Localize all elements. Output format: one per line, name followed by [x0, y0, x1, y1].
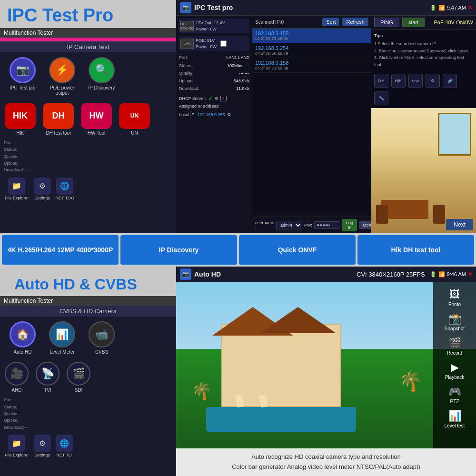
- icon-item-cvbs[interactable]: 📹 CVBS: [84, 321, 119, 355]
- quality-val: --- ---: [239, 69, 249, 77]
- scanned-header: Scanned IP:0 Sort Refresh: [252, 16, 371, 29]
- brand-dh[interactable]: DH DH test tool: [43, 103, 74, 136]
- bottom-caption: Auto recognize HD coaxial camera type an…: [176, 448, 476, 476]
- file-explorer-icon: 📁: [8, 178, 25, 195]
- network-info: Port: LAN1 LAN2 Status: 100Mb/s --- Qual…: [179, 54, 249, 92]
- b-settings[interactable]: ⚙ Settings: [34, 435, 51, 457]
- status-upload: Upload:: [4, 160, 172, 167]
- caption-line2: Color bar generator Analog video level m…: [181, 462, 471, 472]
- password-input[interactable]: [314, 221, 340, 229]
- photo-button[interactable]: 🖼 Photo: [436, 286, 474, 309]
- icon-item-ip-discovery[interactable]: 🔍 IP Discovery: [84, 57, 119, 96]
- b-upload: Upload:: [4, 417, 172, 424]
- level-test-button[interactable]: 📊 Level test: [436, 407, 474, 431]
- house-scene-container: 🌴 🌴: [176, 282, 476, 448]
- level-meter-label: Level Meter: [50, 349, 74, 355]
- ip-discovery-icon-circle: 🔍: [89, 57, 115, 83]
- un-label: UN: [119, 130, 150, 136]
- feature-ip-discovery[interactable]: IP Discovery: [120, 235, 237, 265]
- vendor-unv[interactable]: unv: [408, 74, 423, 88]
- next-button[interactable]: Next: [446, 219, 473, 230]
- vendor-gear[interactable]: ⚙: [426, 74, 440, 88]
- level-meter-icon-circle: 📊: [49, 321, 75, 347]
- status-row: Status: 100Mb/s ---: [179, 62, 249, 69]
- gear-small-icon[interactable]: ⚙: [215, 96, 218, 101]
- sdi-item[interactable]: 🎬 SDI: [67, 362, 90, 393]
- tvi-icon: 📡: [36, 362, 60, 386]
- vendor-network[interactable]: 🔗: [443, 74, 457, 88]
- gear-local-icon[interactable]: ⚙: [227, 112, 231, 117]
- dining-room-scene: [371, 108, 476, 233]
- auto-status-icons: 🔋 📶 9:46 AM ✕: [430, 271, 472, 278]
- cvbs-icons-grid: 🏠 Auto HD 📊 Level Meter 📹 CVBS: [0, 317, 176, 359]
- ahd-item[interactable]: 🎥 AHD: [5, 362, 29, 393]
- vendor-dh[interactable]: DH: [374, 74, 388, 88]
- bottom-status: Port: Status: Quality: Upload: Download:…: [0, 138, 176, 175]
- auto-close-icon[interactable]: ✕: [468, 271, 472, 278]
- sort-button[interactable]: Sort: [322, 18, 339, 26]
- snapshot-icon: 📸: [448, 313, 461, 325]
- vendor-tool[interactable]: 🔧: [374, 91, 388, 105]
- b-file-explorer[interactable]: 📁 File Explorer: [5, 435, 29, 457]
- level-test-icon: 📊: [448, 410, 461, 422]
- b-settings-icon: ⚙: [34, 435, 51, 452]
- bottom-multifunction-bar: Multifunction Tester: [0, 296, 176, 306]
- snapshot-label: Snapshot: [445, 326, 465, 331]
- brand-un[interactable]: UN UN: [119, 103, 150, 136]
- record-button[interactable]: 🎬 Record: [436, 335, 474, 358]
- brand-hw[interactable]: HW HW Tool: [81, 103, 112, 136]
- bottom-file-explorer[interactable]: 📁 File Explorer: [5, 178, 29, 200]
- auto-battery-icon: 🔋: [430, 271, 436, 278]
- mac-addr-0: c4:2f:90:73:a8:0e: [255, 36, 368, 41]
- hik-icon: HIK: [5, 103, 36, 129]
- ping-button[interactable]: PING: [374, 18, 399, 27]
- brand-icons-row: HIK HIK DH DH test tool HW HW Tool UN UN: [0, 100, 176, 138]
- table-shape: [381, 200, 428, 219]
- ipc-left-panel: DCSOUND 12V Out: 12.4V Power: 0W LAN POE…: [176, 16, 252, 233]
- b-net-tool[interactable]: 🌐 NET TO: [56, 435, 73, 457]
- close-icon[interactable]: ✕: [468, 5, 472, 11]
- pool: [206, 407, 356, 432]
- dh-icon: DH: [43, 103, 74, 129]
- login-button[interactable]: Log In: [342, 219, 357, 231]
- dhcp-label: DHCP Server:: [179, 96, 206, 101]
- feature-4k[interactable]: 4K H.265/H.264 12MP 4000*3000P: [2, 235, 119, 265]
- icon-item-level-meter[interactable]: 📊 Level Meter: [44, 321, 80, 355]
- tvi-item[interactable]: 📡 TVI: [36, 362, 60, 393]
- ip-entry-1[interactable]: 192.168.3.254 c4:2f:86:56:a6:7e: [252, 43, 371, 58]
- icon-item-auto-hd[interactable]: 🏠 Auto HD: [5, 321, 40, 355]
- refresh-button[interactable]: Refresh: [342, 18, 368, 26]
- username-select[interactable]: admin: [276, 221, 302, 229]
- feature-hik-dh[interactable]: Hik DH test tool: [357, 235, 474, 265]
- info-icon[interactable]: ?: [220, 96, 227, 101]
- b-file-label: File Explorer: [5, 453, 29, 457]
- brand-hik[interactable]: HIK HIK: [5, 103, 36, 136]
- auto-title-text: Auto HD: [194, 270, 357, 278]
- bottom-net-tool[interactable]: 🌐 NET TOO: [56, 178, 75, 200]
- icon-item-ipc[interactable]: 📷 IPC Test pro: [5, 57, 40, 96]
- top-left-panel: IPC Test Pro Multifunction Tester IP Cam…: [0, 0, 176, 233]
- check-green-icon: ✓: [208, 95, 213, 102]
- bottom-status-info: Port: Status: Quality: Upload: Download:…: [0, 395, 176, 432]
- vendor-hik[interactable]: HIK: [391, 74, 406, 88]
- b-file-icon: 📁: [8, 435, 25, 452]
- cvbs-label: CVBS: [95, 349, 108, 355]
- ip-entry-2[interactable]: 192.168.0.158 c4:2f:90:71:a8:3e: [252, 58, 371, 73]
- b-download: Download:---: [4, 424, 172, 431]
- b-net-label: NET TO: [56, 453, 72, 457]
- poe-icon-circle: ⚡: [49, 57, 75, 83]
- start-button[interactable]: start: [402, 18, 425, 27]
- assigned-label: Assigned IP address:: [179, 104, 219, 109]
- ptz-button[interactable]: 🎮 PTZ: [436, 383, 474, 407]
- b-settings-label: Settings: [34, 453, 50, 457]
- poe-checkbox[interactable]: [220, 40, 227, 47]
- cvbs-icon-circle: 📹: [89, 321, 115, 347]
- playback-button[interactable]: ▶ Playback: [436, 359, 474, 382]
- icon-item-poe[interactable]: ⚡ POE power output: [44, 57, 80, 96]
- feature-onvf[interactable]: Quick ONVF: [239, 235, 356, 265]
- record-icon: 🎬: [448, 337, 461, 349]
- bottom-settings[interactable]: ⚙ Settings: [34, 178, 51, 200]
- ip-entry-0[interactable]: 192.168.3.155 c4:2f:90:73:a8:0e: [252, 29, 371, 43]
- snapshot-button[interactable]: 📸 Snapshot: [436, 310, 474, 334]
- lan-icon: LAN: [180, 39, 194, 49]
